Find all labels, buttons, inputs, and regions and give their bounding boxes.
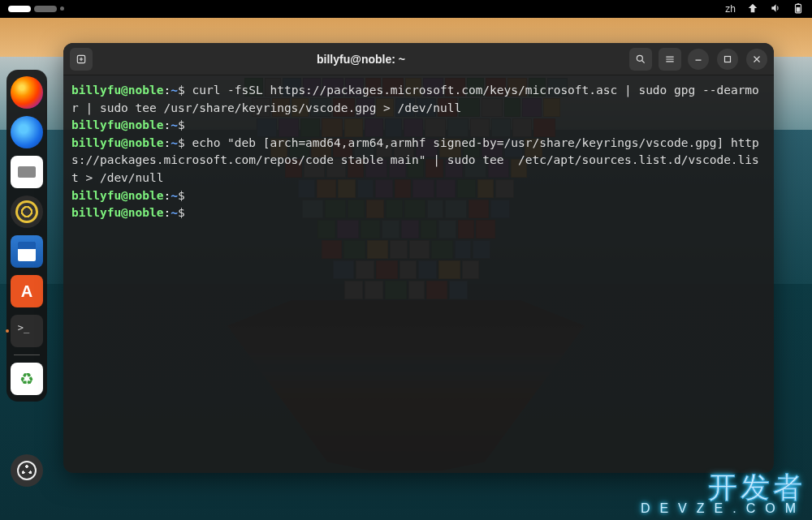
- dock-trash[interactable]: [11, 363, 43, 395]
- dock-writer[interactable]: [11, 235, 43, 268]
- svg-rect-2: [797, 6, 801, 11]
- close-button[interactable]: [746, 49, 767, 70]
- terminal-line: billyfu@noble:~$ echo "deb [arch=amd64,a…: [71, 135, 766, 187]
- activities-indicator[interactable]: [8, 6, 64, 12]
- minimize-button[interactable]: [688, 49, 709, 70]
- terminal-line: billyfu@noble:~$ curl -fsSL https://pack…: [71, 82, 766, 117]
- svg-rect-5: [725, 56, 731, 62]
- dock-thunderbird[interactable]: [11, 116, 43, 148]
- dock-software[interactable]: [11, 275, 43, 307]
- dock-firefox[interactable]: [11, 76, 43, 109]
- terminal-line: billyfu@noble:~$: [71, 117, 766, 135]
- svg-point-4: [637, 55, 642, 61]
- terminal-title: billyfu@noble: ~: [99, 53, 623, 66]
- dock-terminal[interactable]: [11, 315, 43, 347]
- terminal-window: billyfu@noble: ~ billyfu@noble:~$ curl -…: [63, 43, 774, 473]
- terminal-line: billyfu@noble:~$: [71, 187, 766, 205]
- terminal-line: billyfu@noble:~$: [71, 204, 766, 222]
- maximize-button[interactable]: [717, 49, 738, 70]
- ime-indicator[interactable]: zh: [725, 3, 736, 15]
- new-tab-button[interactable]: [70, 48, 93, 71]
- battery-icon[interactable]: [793, 2, 804, 16]
- top-bar: zh: [0, 0, 812, 18]
- show-applications-button[interactable]: [11, 454, 43, 487]
- dock-files[interactable]: [11, 156, 43, 188]
- svg-rect-1: [797, 3, 799, 4]
- terminal-titlebar: billyfu@noble: ~: [63, 43, 774, 75]
- menu-button[interactable]: [659, 48, 681, 71]
- network-icon[interactable]: [747, 2, 758, 16]
- search-button[interactable]: [629, 48, 652, 71]
- watermark: 开发者 DEVZE.COM: [641, 473, 806, 515]
- dock: [6, 70, 47, 402]
- dock-rhythmbox[interactable]: [11, 196, 43, 228]
- volume-icon[interactable]: [770, 2, 781, 16]
- terminal-body[interactable]: billyfu@noble:~$ curl -fsSL https://pack…: [63, 75, 774, 229]
